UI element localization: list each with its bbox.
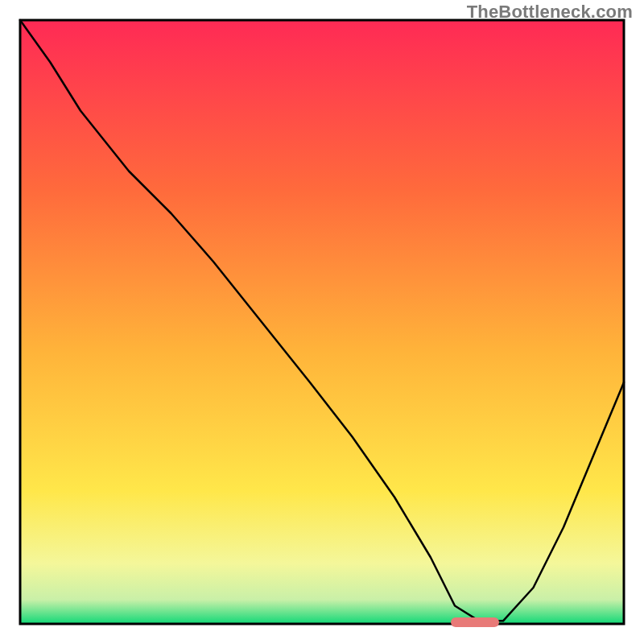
chart-svg — [0, 0, 644, 644]
optimal-marker — [451, 617, 499, 627]
chart-container: TheBottleneck.com — [0, 0, 644, 644]
plot-background — [20, 20, 624, 624]
